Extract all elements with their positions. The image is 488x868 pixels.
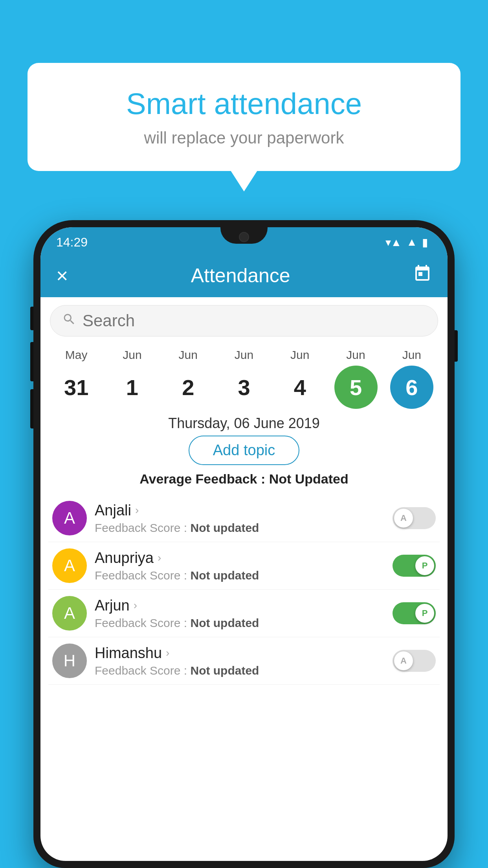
cal-month-label: Jun — [346, 348, 365, 362]
cal-month-label: Jun — [179, 348, 198, 362]
attendance-toggle[interactable]: A — [393, 507, 436, 529]
volume-down-button — [30, 389, 33, 428]
toggle-switch[interactable]: A — [393, 650, 436, 672]
calendar-icon[interactable] — [413, 264, 432, 287]
student-item[interactable]: HHimanshu ›Feedback Score : Not updatedA — [48, 637, 440, 685]
app-title: Attendance — [80, 264, 401, 287]
volume-up-button — [30, 342, 33, 381]
student-avatar: A — [52, 501, 87, 535]
calendar-day[interactable]: Jun5 — [330, 348, 382, 409]
mute-button — [30, 307, 33, 330]
student-info: Arjun ›Feedback Score : Not updated — [95, 597, 385, 630]
student-info: Anupriya ›Feedback Score : Not updated — [95, 550, 385, 582]
student-avatar: A — [52, 548, 87, 583]
student-name: Himanshu › — [95, 645, 385, 662]
add-topic-button[interactable]: Add topic — [189, 436, 299, 465]
toggle-knob: A — [394, 651, 413, 670]
calendar-day[interactable]: Jun1 — [106, 348, 158, 409]
calendar-strip: May31Jun1Jun2Jun3Jun4Jun5Jun6 — [40, 344, 448, 409]
status-icons: ▾▲ ▲ ▮ — [385, 236, 428, 249]
cal-month-label: Jun — [123, 348, 141, 362]
wifi-icon: ▾▲ — [385, 236, 402, 249]
bubble-subtitle: will replace your paperwork — [59, 129, 429, 147]
cal-date-number: 1 — [110, 366, 154, 409]
student-name: Anjali › — [95, 502, 385, 519]
cal-date-number: 3 — [222, 366, 266, 409]
student-feedback: Feedback Score : Not updated — [95, 521, 385, 535]
search-bar[interactable] — [50, 305, 438, 337]
speech-bubble: Smart attendance will replace your paper… — [28, 63, 460, 171]
calendar-day[interactable]: May31 — [51, 348, 102, 409]
chevron-right-icon: › — [158, 552, 161, 564]
student-feedback: Feedback Score : Not updated — [95, 569, 385, 582]
cal-date-number: 4 — [278, 366, 321, 409]
chevron-right-icon: › — [134, 599, 137, 612]
student-item[interactable]: AArjun ›Feedback Score : Not updatedP — [48, 590, 440, 637]
cal-month-label: Jun — [235, 348, 253, 362]
student-feedback: Feedback Score : Not updated — [95, 616, 385, 630]
student-avatar: A — [52, 596, 87, 631]
avg-feedback-label: Average Feedback : — [139, 471, 269, 486]
phone-screen: 14:29 ▾▲ ▲ ▮ × Attendance — [40, 227, 448, 861]
toggle-knob: P — [415, 604, 434, 623]
speech-bubble-container: Smart attendance will replace your paper… — [28, 63, 460, 171]
phone-frame: 14:29 ▾▲ ▲ ▮ × Attendance — [33, 220, 455, 868]
student-list: AAnjali ›Feedback Score : Not updatedAAA… — [40, 495, 448, 685]
student-name: Anupriya › — [95, 550, 385, 566]
toggle-knob: P — [415, 556, 434, 575]
attendance-toggle[interactable]: P — [393, 602, 436, 624]
battery-icon: ▮ — [422, 236, 428, 249]
student-item[interactable]: AAnupriya ›Feedback Score : Not updatedP — [48, 542, 440, 590]
search-input[interactable] — [83, 311, 426, 330]
attendance-toggle[interactable]: P — [393, 555, 436, 577]
selected-date: Thursday, 06 June 2019 — [40, 415, 448, 432]
chevron-right-icon: › — [166, 647, 169, 659]
cal-date-number: 31 — [55, 366, 98, 409]
chevron-right-icon: › — [135, 504, 139, 517]
cal-month-label: May — [65, 348, 88, 362]
search-icon — [62, 312, 76, 330]
app-bar: × Attendance — [40, 254, 448, 297]
front-camera — [239, 232, 249, 242]
student-info: Himanshu ›Feedback Score : Not updated — [95, 645, 385, 677]
avg-feedback: Average Feedback : Not Updated — [40, 471, 448, 487]
toggle-switch[interactable]: A — [393, 507, 436, 529]
calendar-day[interactable]: Jun4 — [274, 348, 325, 409]
cal-date-number: 5 — [334, 366, 378, 409]
student-name: Arjun › — [95, 597, 385, 614]
cal-date-number: 2 — [167, 366, 210, 409]
signal-icon: ▲ — [406, 236, 417, 248]
toggle-knob: A — [394, 509, 413, 528]
calendar-day[interactable]: Jun3 — [218, 348, 270, 409]
cal-month-label: Jun — [402, 348, 421, 362]
calendar-day[interactable]: Jun6 — [386, 348, 437, 409]
cal-date-number: 6 — [390, 366, 433, 409]
attendance-toggle[interactable]: A — [393, 650, 436, 672]
status-time: 14:29 — [56, 235, 88, 250]
avg-feedback-value: Not Updated — [269, 471, 349, 486]
student-avatar: H — [52, 644, 87, 678]
power-button — [455, 330, 458, 362]
close-button[interactable]: × — [56, 265, 68, 286]
cal-month-label: Jun — [290, 348, 309, 362]
student-item[interactable]: AAnjali ›Feedback Score : Not updatedA — [48, 495, 440, 542]
student-info: Anjali ›Feedback Score : Not updated — [95, 502, 385, 535]
toggle-switch[interactable]: P — [393, 602, 436, 624]
student-feedback: Feedback Score : Not updated — [95, 664, 385, 677]
bubble-title: Smart attendance — [59, 86, 429, 121]
toggle-switch[interactable]: P — [393, 555, 436, 577]
calendar-day[interactable]: Jun2 — [163, 348, 214, 409]
